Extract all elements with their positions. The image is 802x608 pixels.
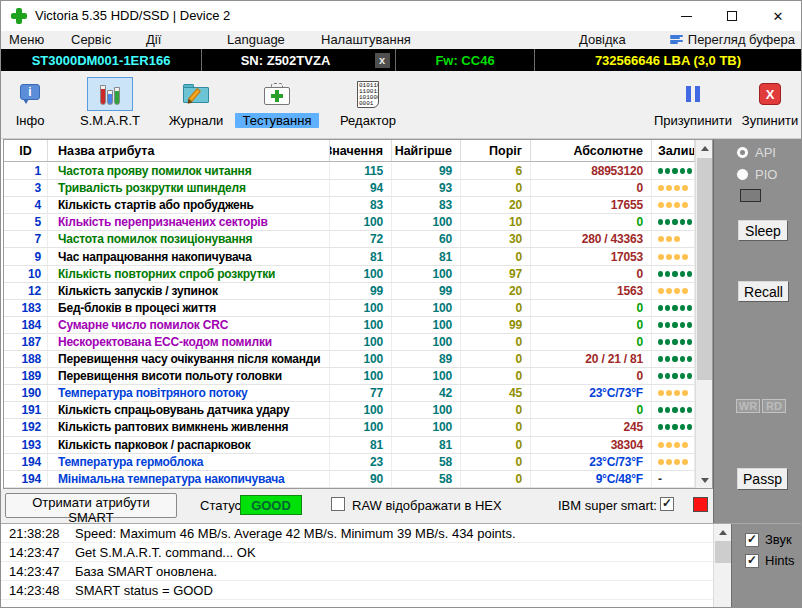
log-scroll-up-icon[interactable] [714,524,732,540]
minimize-button[interactable] [663,1,709,31]
cell-threshold: 97 [461,266,531,282]
table-row[interactable]: 190Температура повітряного потоку7742452… [4,385,695,402]
drive-close-button[interactable]: x [375,53,390,68]
log-entry: 14:23:48SMART status = GOOD [1,581,713,600]
toolbar-label: Інфо [3,113,57,128]
table-row[interactable]: 189Перевищення висоти польоту головки100… [4,368,695,385]
toolbar-button-s.m.a.r.t[interactable]: S.M.A.R.T [79,71,141,137]
table-row[interactable]: 5Кількість перепризначених секторів10010… [4,214,695,231]
cell-health [652,180,695,196]
cell-name: Частота прояву помилок читання [48,163,330,179]
table-row[interactable]: 191Кількість спрацьовувань датчика удару… [4,402,695,419]
menu-item-3[interactable]: Дії [146,32,161,47]
stop-label: Зупинити [739,113,801,128]
api-radio-circle [736,146,749,159]
column-header-7[interactable]: Залишок [652,140,695,161]
cell-worst: 42 [392,385,461,401]
recall-button[interactable]: Recall [738,281,789,302]
drive-firmware: Fw: CC46 [435,53,494,68]
app-icon [11,8,27,24]
menu-item-1[interactable]: Меню [9,32,44,47]
toolbar-button-журнали[interactable]: Журнали [165,71,227,137]
cell-health [652,385,695,401]
rd-button[interactable]: RD [762,399,786,413]
smart-attributes-table: IDНазва атрибутаЗначенняНайгіршеПорігАбс… [3,139,713,489]
pause-icon [686,86,700,102]
menu-item-6[interactable]: Довідка [579,32,626,47]
cell-worst: 100 [392,300,461,316]
table-row[interactable]: 187Нескоректована ECC-кодом помилки10010… [4,334,695,351]
cell-worst: 100 [392,214,461,230]
cell-name: Температура гермоблока [48,454,330,470]
table-row[interactable]: 12Кількість запусків / зупинок9999201563 [4,283,695,300]
table-row[interactable]: 1Частота прояву помилок читання115996889… [4,163,695,180]
table-row[interactable]: 10Кількість повторних спроб розкрутки100… [4,266,695,283]
toolbar-button-інфо[interactable]: iІнфо [3,71,57,137]
cell-value: 83 [330,197,392,213]
cell-health [652,231,695,247]
buffer-view-button[interactable]: Перегляд буфера [670,32,795,47]
table-row[interactable]: 3Тривалість розкрутки шпинделя949300 [4,180,695,197]
titlebar[interactable]: Victoria 5.35 HDD/SSD | Device 2 ✕ [1,1,801,31]
menu-item-4[interactable]: Language [227,32,285,47]
table-row[interactable]: 9Час напрацювання накопичувача8181017053 [4,248,695,265]
log-panel: 21:38:28Speed: Maximum 46 MB/s. Average … [1,524,713,608]
menu-item-5[interactable]: Налаштування [321,32,411,47]
table-row[interactable]: 183Бед-блоків в процесі життя10010000 [4,300,695,317]
pio-radio[interactable]: PIO [736,167,777,182]
cell-id: 1 [4,163,48,179]
table-row[interactable]: 7Частота помилок позиціонування726030280… [4,231,695,248]
log-scrollbar-thumb[interactable] [715,541,731,563]
column-header-6[interactable]: Абсолютне [531,140,652,161]
column-header-4[interactable]: Найгірше [392,140,461,161]
hints-checkbox[interactable] [745,554,759,568]
table-row[interactable]: 4Кількість стартів або пробуджень8383201… [4,197,695,214]
table-row[interactable]: 193Кількість парковок / распарковок81810… [4,437,695,454]
cell-name: Сумарне число помилок CRC [48,317,330,333]
table-row[interactable]: 192Кількість раптових вимкнень живлення1… [4,419,695,436]
scroll-down-icon[interactable] [696,472,713,488]
cell-name: Кількість парковок / распарковок [48,437,330,453]
wr-button[interactable]: WR [736,399,760,413]
column-header-2[interactable]: Назва атрибута [48,140,330,161]
pause-label: Призупинити [653,113,733,128]
raw-hex-checkbox[interactable] [331,497,345,511]
cell-worst: 100 [392,368,461,384]
cell-absolute: 0 [531,334,652,350]
toolbar-button-тестування[interactable]: Тестування [235,71,319,137]
get-smart-button[interactable]: Отримати атрибути SMART [5,493,177,518]
maximize-button[interactable] [709,1,755,31]
scroll-up-icon[interactable] [696,140,713,156]
cell-health [652,368,695,384]
hints-checkbox-row[interactable]: Hints [745,553,795,568]
stop-button[interactable]: X Зупинити [739,71,801,137]
log-scrollbar[interactable] [713,524,731,608]
cell-name: Температура повітряного потоку [48,385,330,401]
column-header-1[interactable]: ID [4,140,48,161]
log-timestamp: 14:23:47 [1,545,75,560]
toolbar-button-редактор[interactable]: 010110 110011 101000 0001Редактор [333,71,403,137]
passp-button[interactable]: Passp [737,468,788,490]
scrollbar-thumb[interactable] [697,158,712,380]
sound-checkbox[interactable] [745,533,759,547]
table-scrollbar[interactable] [695,140,712,488]
api-radio[interactable]: API [736,145,776,160]
menu-item-2[interactable]: Сервіс [71,32,111,47]
minimize-icon [681,16,692,17]
table-row[interactable]: 188Перевищення часу очікування після ком… [4,351,695,368]
cell-value: 100 [330,266,392,282]
table-row[interactable]: 194Температура гермоблока2358023°C/73°F [4,454,695,471]
log-entry: 14:23:47Get S.M.A.R.T. command... OK [1,543,713,562]
ibm-super-smart-checkbox[interactable] [660,497,674,511]
column-header-5[interactable]: Поріг [461,140,531,161]
table-row[interactable]: 184Сумарне число помилок CRC100100990 [4,317,695,334]
pause-button[interactable]: Призупинити [653,71,733,137]
cell-worst: 81 [392,248,461,264]
table-row[interactable]: 194Мінімальна температура накопичувача90… [4,471,695,488]
cell-health [652,197,695,213]
column-header-3[interactable]: Значення [330,140,392,161]
sleep-button[interactable]: Sleep [738,220,788,241]
close-button[interactable]: ✕ [755,1,801,31]
sound-checkbox-row[interactable]: Звук [745,532,792,547]
cell-id: 4 [4,197,48,213]
